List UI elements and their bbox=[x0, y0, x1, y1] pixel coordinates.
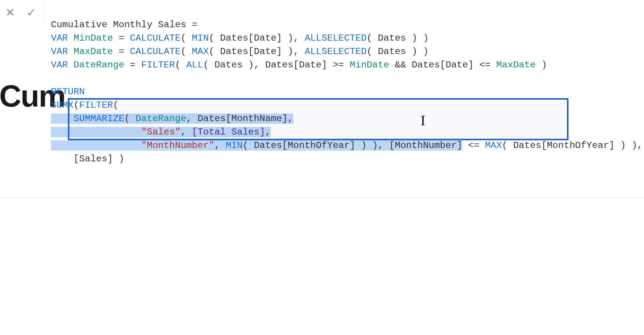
commit-icon[interactable]: ✓ bbox=[26, 6, 36, 19]
formula-bar-buttons: ✕ ✓ bbox=[0, 0, 44, 25]
formula-bar: ✕ ✓ Cumulative Monthly Sales = VAR MinDa… bbox=[0, 0, 644, 198]
report-canvas: Date 1/2/2016 6/27/2017 MonthName▲ Total… bbox=[0, 198, 644, 335]
code-return: RETURN bbox=[51, 87, 85, 97]
code-line-1: Cumulative Monthly Sales = bbox=[51, 20, 197, 30]
code-var: VAR bbox=[51, 60, 74, 70]
code-var: VAR bbox=[51, 33, 74, 43]
dax-editor[interactable]: Cumulative Monthly Sales = VAR MinDate =… bbox=[44, 0, 644, 198]
cancel-icon[interactable]: ✕ bbox=[5, 6, 15, 19]
code-var: VAR bbox=[51, 46, 74, 57]
